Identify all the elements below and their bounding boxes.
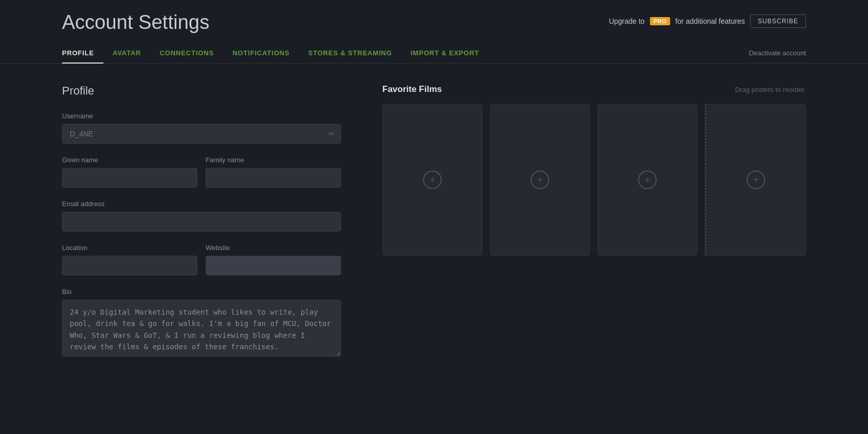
location-field-group: Location — [62, 244, 197, 275]
add-film-4-icon: + — [747, 171, 765, 189]
nav-tabs: PROFILE AVATAR CONNECTIONS NOTIFICATIONS… — [0, 43, 868, 64]
upgrade-bar: Upgrade to PRO for additional features S… — [609, 14, 806, 28]
bio-textarea[interactable]: 24 y/o Digital Marketing student who lik… — [62, 300, 341, 357]
profile-section-title: Profile — [62, 84, 341, 98]
film-poster-slot-2[interactable]: + — [490, 104, 590, 256]
website-field-group: Website — [206, 244, 341, 275]
upgrade-suffix: for additional features — [675, 17, 745, 25]
given-name-input[interactable] — [62, 168, 197, 188]
add-film-1-icon: + — [423, 171, 442, 189]
family-name-input[interactable] — [206, 168, 341, 188]
film-poster-slot-3[interactable]: + — [597, 104, 698, 256]
website-label: Website — [206, 244, 341, 252]
tab-stores-streaming[interactable]: STORES & STREAMING — [299, 43, 401, 63]
favorite-films-header: Favorite Films Drag posters to reorder. — [382, 84, 806, 95]
pro-badge: PRO — [650, 17, 670, 25]
add-film-2-icon: + — [531, 171, 549, 189]
family-name-field-group: Family name — [206, 156, 341, 188]
location-website-row: Location Website — [62, 244, 341, 275]
username-label: Username — [62, 112, 341, 120]
location-input[interactable] — [62, 256, 197, 275]
given-name-field-group: Given name — [62, 156, 197, 188]
given-name-label: Given name — [62, 156, 197, 164]
drag-hint: Drag posters to reorder. — [735, 86, 806, 94]
bio-label: Bio — [62, 288, 341, 296]
tab-notifications[interactable]: NOTIFICATIONS — [223, 43, 299, 63]
email-field-group: Email address — [62, 200, 341, 231]
film-posters-container: + + + + — [382, 104, 806, 256]
email-input[interactable] — [62, 212, 341, 231]
username-input[interactable] — [62, 124, 341, 144]
film-poster-slot-1[interactable]: + — [382, 104, 483, 256]
film-poster-slot-4[interactable]: + — [705, 104, 806, 256]
favorite-films-title: Favorite Films — [382, 84, 442, 95]
username-field-group: Username ✏ — [62, 112, 341, 144]
email-label: Email address — [62, 200, 341, 208]
add-film-3-icon: + — [638, 171, 657, 189]
name-field-row: Given name Family name — [62, 156, 341, 188]
location-label: Location — [62, 244, 197, 252]
tab-connections[interactable]: CONNECTIONS — [150, 43, 223, 63]
subscribe-button[interactable]: SUBSCRIBE — [750, 14, 806, 28]
tab-profile[interactable]: PROFILE — [62, 43, 103, 63]
bio-field-group: Bio 24 y/o Digital Marketing student who… — [62, 288, 341, 359]
tab-avatar[interactable]: AVATAR — [103, 43, 150, 63]
deactivate-account-link[interactable]: Deactivate account — [749, 49, 806, 57]
edit-username-icon[interactable]: ✏ — [329, 130, 335, 138]
website-input[interactable] — [206, 256, 341, 275]
tab-import-export[interactable]: IMPORT & EXPORT — [401, 43, 489, 63]
upgrade-text: Upgrade to — [609, 17, 644, 25]
family-name-label: Family name — [206, 156, 341, 164]
